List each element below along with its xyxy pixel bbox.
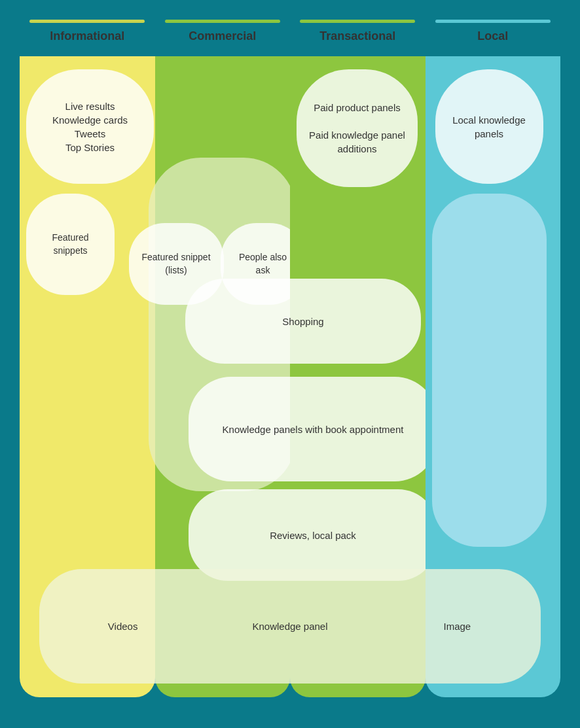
label-transactional: Transactional: [319, 29, 395, 43]
featured-list-text: Featured snippet (lists): [141, 251, 212, 277]
bubble-featured-snippets: Featured snippets: [26, 194, 115, 295]
label-local: Local: [477, 29, 508, 43]
header-commercial: Commercial: [155, 20, 291, 43]
bubble-shopping: Shopping: [185, 279, 421, 364]
bubble-paid-panels: Paid product panelsPaid knowledge panel …: [297, 69, 418, 187]
live-results-text: Live resultsKnowledge cardsTweetsTop Sto…: [52, 99, 128, 154]
label-commercial: Commercial: [189, 29, 256, 43]
bar-local: [435, 20, 551, 23]
paid-panels-text: Paid product panelsPaid knowledge panel …: [308, 101, 406, 156]
image-text: Image: [374, 621, 541, 632]
bubble-local-kp: Local knowledge panels: [435, 69, 543, 184]
bubble-book-appointment: Knowledge panels with book appointment: [189, 377, 437, 481]
shopping-text: Shopping: [282, 315, 323, 328]
reviews-text: Reviews, local pack: [270, 529, 356, 542]
knowledge-panel-text: Knowledge panel: [206, 621, 373, 632]
people-ask-text: People also ask: [232, 251, 294, 277]
bar-informational: [29, 20, 145, 23]
videos-text: Videos: [39, 621, 206, 632]
bubble-live-results: Live resultsKnowledge cardsTweetsTop Sto…: [26, 69, 154, 184]
bar-transactional: [300, 20, 415, 23]
header-informational: Informational: [20, 20, 155, 43]
bar-commercial: [165, 20, 280, 23]
header-local: Local: [426, 20, 561, 43]
label-informational: Informational: [50, 29, 124, 43]
bubble-bottom-row: Videos Knowledge panel Image: [39, 569, 541, 684]
main-container: Informational Commercial Transactional L…: [20, 20, 560, 708]
header-transactional: Transactional: [290, 20, 426, 43]
bubble-reviews: Reviews, local pack: [189, 489, 437, 581]
book-appointment-text: Knowledge panels with book appointment: [223, 423, 404, 436]
local-mid-area: [432, 194, 547, 547]
local-kp-text: Local knowledge panels: [447, 113, 532, 141]
headers: Informational Commercial Transactional L…: [20, 20, 560, 43]
featured-snippets-text: Featured snippets: [38, 232, 103, 257]
